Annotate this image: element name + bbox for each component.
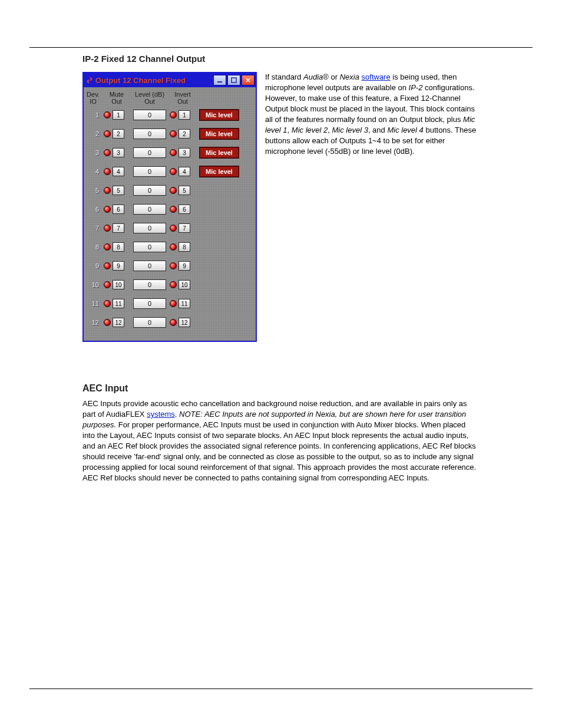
invert-button[interactable]: 3 (178, 148, 190, 157)
led-icon (170, 149, 177, 156)
level-field[interactable]: 0 (133, 317, 166, 328)
invert-toggle[interactable]: 3 (170, 148, 196, 157)
mute-button[interactable]: 10 (113, 280, 124, 289)
invert-toggle[interactable]: 5 (170, 186, 196, 195)
mute-button[interactable]: 3 (113, 148, 124, 157)
level-field[interactable]: 0 (133, 242, 166, 252)
level-field[interactable]: 0 (133, 279, 166, 290)
led-icon (104, 225, 111, 232)
invert-toggle[interactable]: 7 (170, 223, 196, 233)
invert-button[interactable]: 2 (178, 129, 190, 139)
invert-button[interactable]: 12 (178, 318, 190, 327)
level-field[interactable]: 0 (133, 223, 166, 233)
invert-button[interactable]: 8 (178, 242, 190, 252)
page-bottom-divider (29, 689, 533, 689)
mute-button[interactable]: 8 (113, 242, 124, 252)
mute-toggle[interactable]: 3 (104, 148, 130, 157)
product-audia: Audia (303, 73, 323, 81)
mute-button[interactable]: 5 (113, 186, 124, 195)
invert-button[interactable]: 9 (178, 261, 190, 271)
led-icon (170, 111, 177, 118)
level-field[interactable]: 0 (133, 261, 166, 271)
led-icon (104, 111, 111, 118)
panel-titlebar: Output 12 Channel Fixed (84, 73, 256, 87)
mute-button[interactable]: 11 (113, 299, 124, 308)
link-systems[interactable]: systems (147, 410, 175, 419)
level-field[interactable]: 0 (133, 204, 166, 215)
invert-button[interactable]: 7 (178, 223, 190, 233)
level-field[interactable]: 0 (133, 147, 166, 158)
level-field[interactable]: 0 (133, 298, 166, 309)
channel-number: 8 (86, 243, 100, 251)
mute-toggle[interactable]: 11 (104, 299, 130, 308)
invert-toggle[interactable]: 11 (170, 299, 196, 308)
invert-button[interactable]: 10 (178, 280, 190, 289)
mute-toggle[interactable]: 8 (104, 242, 130, 252)
invert-button[interactable]: 4 (178, 167, 190, 176)
invert-toggle[interactable]: 9 (170, 261, 196, 271)
text: For proper performance, AEC Inputs must … (82, 420, 476, 482)
mute-toggle[interactable]: 10 (104, 280, 130, 289)
mic-level-button[interactable]: Mic level (199, 109, 239, 121)
channel-row: 1111011 (86, 297, 252, 310)
section-heading-aec: AEC Input (82, 383, 480, 394)
channel-row: 4404Mic level (86, 165, 252, 178)
led-icon (104, 149, 111, 156)
mute-button[interactable]: 4 (113, 167, 124, 176)
led-icon (104, 300, 111, 307)
text: , and (368, 126, 388, 134)
channel-row: 8808 (86, 241, 252, 253)
hdr-invert: Invert Out (170, 91, 196, 105)
mute-button[interactable]: 7 (113, 223, 124, 233)
mic-level-button[interactable]: Mic level (199, 128, 239, 140)
mute-button[interactable]: 9 (113, 261, 124, 271)
channel-number: 5 (86, 187, 100, 194)
mute-button[interactable]: 12 (113, 318, 124, 327)
invert-button[interactable]: 1 (178, 110, 190, 120)
panel-body: Dev. IO Mute Out Level (dB) Out Invert O… (84, 87, 256, 341)
led-icon (170, 225, 177, 232)
invert-button[interactable]: 5 (178, 186, 190, 195)
led-icon (104, 206, 111, 213)
mute-button[interactable]: 1 (113, 110, 124, 120)
invert-toggle[interactable]: 8 (170, 242, 196, 252)
invert-toggle[interactable]: 1 (170, 110, 196, 120)
mute-toggle[interactable]: 6 (104, 205, 130, 214)
invert-toggle[interactable]: 10 (170, 280, 196, 289)
mute-toggle[interactable]: 5 (104, 186, 130, 195)
led-icon (104, 281, 111, 288)
channel-number: 4 (86, 168, 100, 175)
channel-number: 7 (86, 225, 100, 232)
mute-button[interactable]: 2 (113, 129, 124, 139)
invert-toggle[interactable]: 4 (170, 167, 196, 176)
swap-arrows-icon (85, 75, 94, 85)
mute-toggle[interactable]: 7 (104, 223, 130, 233)
led-icon (170, 187, 177, 194)
mute-toggle[interactable]: 2 (104, 129, 130, 139)
svg-rect-1 (232, 78, 236, 83)
mute-toggle[interactable]: 12 (104, 318, 130, 327)
led-icon (170, 281, 177, 288)
invert-toggle[interactable]: 2 (170, 129, 196, 139)
level-field[interactable]: 0 (133, 129, 166, 139)
invert-toggle[interactable]: 6 (170, 205, 196, 214)
mic-level-button[interactable]: Mic level (199, 166, 239, 177)
invert-toggle[interactable]: 12 (170, 318, 196, 327)
maximize-button[interactable] (227, 75, 240, 85)
invert-button[interactable]: 11 (178, 299, 190, 308)
led-icon (104, 243, 111, 251)
channel-number: 3 (86, 149, 100, 156)
mute-toggle[interactable]: 4 (104, 167, 130, 176)
close-button[interactable] (242, 75, 254, 85)
level-field[interactable]: 0 (133, 185, 166, 196)
channel-number: 6 (86, 206, 100, 213)
mute-toggle[interactable]: 1 (104, 110, 130, 120)
mic-level-button[interactable]: Mic level (199, 147, 239, 159)
mute-toggle[interactable]: 9 (104, 261, 130, 271)
link-software[interactable]: software (362, 73, 391, 81)
mute-button[interactable]: 6 (113, 205, 124, 214)
invert-button[interactable]: 6 (178, 205, 190, 214)
minimize-button[interactable] (213, 75, 226, 85)
level-field[interactable]: 0 (133, 166, 166, 177)
level-field[interactable]: 0 (133, 110, 166, 120)
